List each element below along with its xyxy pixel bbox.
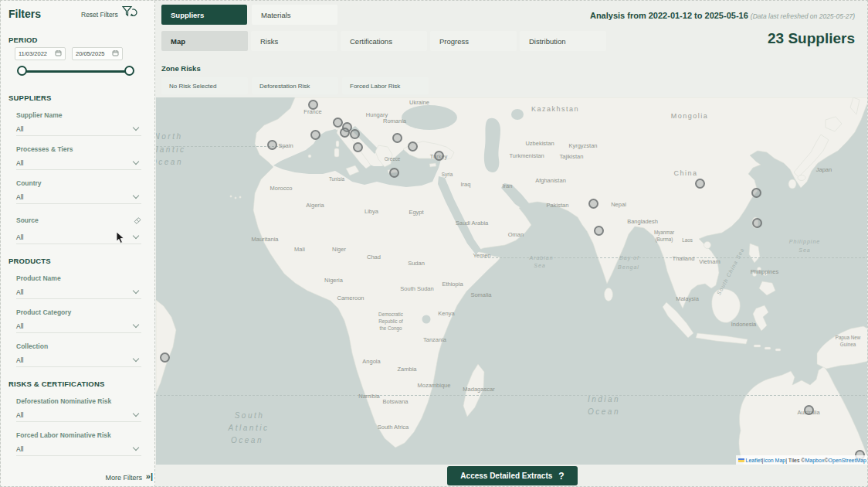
graticule-line	[156, 146, 286, 147]
field-label: Country	[16, 179, 42, 187]
period-end-date-value: 20/05/2025	[76, 50, 105, 57]
dropdown-value: All	[16, 233, 23, 241]
supplier-count: 23 Suppliers	[768, 30, 855, 47]
dropdown-value: All	[16, 159, 23, 167]
supplier-marker[interactable]	[310, 130, 320, 140]
zone-risk-button-forced-labor-risk[interactable]: Forced Labor Risk	[342, 77, 429, 94]
analysis-range-text: Analysis from 2022-01-12 to 2025-05-16	[590, 11, 748, 20]
field-source: Source	[16, 213, 141, 227]
field-deforestation-nominative-risk: Deforestation Nominative Risk	[16, 397, 141, 405]
supplier-marker[interactable]	[333, 117, 343, 128]
dropdown-forced-labor-nominative-risk[interactable]: All	[16, 442, 141, 456]
map-landmass	[156, 97, 868, 465]
more-filters-button[interactable]: More Filters »|	[105, 474, 142, 482]
dropdown-value: All	[16, 288, 23, 296]
access-detailed-extracts-button[interactable]: Access Detailed Extracts ?	[447, 466, 578, 485]
supplier-marker[interactable]	[160, 352, 170, 363]
zone-risks-heading: Zone Risks	[161, 64, 201, 73]
supplier-marker[interactable]	[804, 405, 814, 415]
chevron-down-icon	[133, 322, 139, 328]
attribution-link-icon-map[interactable]: Icon Map	[763, 458, 785, 463]
dropdown-value: All	[16, 322, 23, 330]
map-attribution: Leaflet | Icon Map | Tiles © Mapbox © Op…	[736, 455, 868, 465]
chevron-down-icon	[133, 356, 139, 362]
supplier-marker[interactable]	[695, 179, 705, 189]
supplier-marker[interactable]	[408, 141, 418, 152]
filters-title: Filters	[8, 8, 41, 20]
tab-materials[interactable]: Materials	[252, 5, 337, 25]
dropdown-processes-tiers[interactable]: All	[16, 156, 141, 170]
field-label: Collection	[16, 342, 48, 350]
period-end-date-input[interactable]: 20/05/2025	[72, 47, 123, 60]
tab-suppliers[interactable]: Suppliers	[161, 5, 247, 25]
period-slider-handle-start[interactable]	[17, 66, 27, 76]
supplier-marker[interactable]	[389, 168, 399, 178]
supplier-marker[interactable]	[308, 100, 318, 110]
dropdown-value: All	[16, 193, 23, 201]
chevron-down-icon	[133, 410, 139, 417]
field-label: Product Name	[16, 274, 61, 282]
field-label: Product Category	[16, 308, 71, 316]
supplier-marker[interactable]	[353, 142, 363, 152]
supplier-marker[interactable]	[588, 199, 598, 209]
field-label: Forced Labor Nominative Risk	[16, 431, 111, 439]
dropdown-value: All	[16, 125, 23, 133]
attribution-link-openstreetmap[interactable]: OpenStreetMap	[829, 458, 866, 463]
graticule-line	[480, 257, 868, 258]
dropdown-product-category[interactable]: All	[16, 319, 141, 333]
dropdown-collection[interactable]: All	[16, 353, 141, 367]
filter-sections: SUPPLIERSSupplier NameAllProcesses & Tie…	[1, 81, 155, 456]
supplier-marker[interactable]	[751, 188, 761, 198]
supplier-marker[interactable]	[267, 140, 277, 150]
tab-risks[interactable]: Risks	[251, 31, 337, 51]
field-label: Source	[16, 216, 39, 224]
dropdown-deforestation-nominative-risk[interactable]: All	[16, 408, 141, 422]
supplier-marker[interactable]	[434, 151, 444, 161]
field-forced-labor-nominative-risk: Forced Labor Nominative Risk	[16, 431, 141, 439]
calendar-icon	[112, 49, 119, 58]
dropdown-value: All	[16, 356, 23, 364]
tab-progress[interactable]: Progress	[430, 31, 517, 51]
field-country: Country	[16, 179, 141, 187]
reset-filters-icon[interactable]	[122, 5, 137, 22]
supplier-marker[interactable]	[350, 129, 360, 139]
dropdown-value: All	[16, 445, 23, 453]
dropdown-value: All	[16, 411, 23, 419]
attribution-link-mapbox[interactable]: Mapbox	[805, 458, 825, 463]
field-product-category: Product Category	[16, 308, 141, 316]
zone-risk-button-deforestation-risk[interactable]: Deforestation Risk	[252, 77, 338, 94]
supplier-marker[interactable]	[392, 133, 402, 143]
field-processes-tiers: Processes & Tiers	[16, 145, 141, 153]
supplier-marker[interactable]	[594, 226, 604, 236]
field-supplier-name: Supplier Name	[16, 111, 141, 119]
dropdown-product-name[interactable]: All	[16, 285, 141, 299]
chevron-down-icon	[133, 233, 139, 239]
more-filters-chevron-icon: »|	[146, 472, 153, 481]
tab-distribution[interactable]: Distribution	[520, 31, 606, 51]
chevron-down-icon	[133, 124, 139, 131]
section-heading-products: PRODUCTS	[8, 257, 147, 265]
supplier-marker[interactable]	[340, 128, 350, 138]
tab-certifications[interactable]: Certifications	[341, 31, 427, 51]
dropdown-source[interactable]: All	[16, 230, 141, 244]
chevron-down-icon	[133, 158, 139, 165]
field-label: Processes & Tiers	[16, 145, 73, 153]
period-slider-track[interactable]	[22, 70, 130, 73]
section-heading-suppliers: SUPPLIERS	[8, 94, 147, 102]
help-icon[interactable]: ?	[558, 471, 564, 482]
tab-map[interactable]: Map	[161, 31, 248, 51]
zone-risk-button-no-risk-selected[interactable]: No Risk Selected	[161, 77, 248, 94]
period-start-date-input[interactable]: 11/03/2022	[15, 47, 66, 60]
reset-filters-button[interactable]: Reset Filters	[81, 11, 118, 19]
attribution-link-leaflet[interactable]: Leaflet	[746, 458, 762, 463]
section-heading-risks-certifications: RISKS & CERTIFICATIONS	[8, 380, 147, 388]
world-map[interactable]: NorthAtlanticOceanSouthAtlanticOceanIndi…	[156, 97, 868, 465]
period-slider-handle-end[interactable]	[124, 66, 134, 76]
eraser-icon[interactable]	[133, 213, 141, 227]
supplier-marker[interactable]	[752, 218, 762, 228]
dropdown-supplier-name[interactable]: All	[16, 122, 141, 136]
period-heading: PERIOD	[8, 36, 38, 44]
field-product-name: Product Name	[16, 274, 141, 282]
chevron-down-icon	[133, 288, 139, 294]
dropdown-country[interactable]: All	[16, 190, 141, 204]
